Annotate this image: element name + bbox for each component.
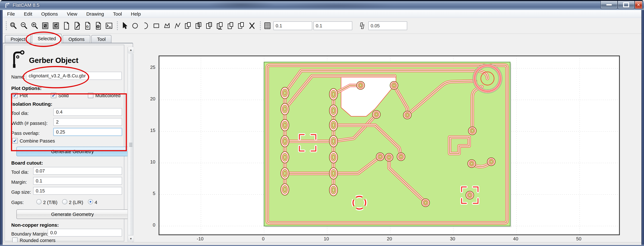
menu-edit[interactable]: Edit (19, 11, 37, 17)
panel-scrollbar[interactable]: ▲ ▼ (128, 47, 134, 242)
scroll-down-icon[interactable]: ▼ (128, 236, 134, 242)
x-tick-label: 0 (257, 236, 270, 242)
x-tick-label: 30 (446, 236, 459, 242)
menu-bar: File Edit Options View Drawing Tool Help (2, 10, 642, 18)
gaps-lr-radio[interactable] (62, 199, 67, 204)
snap-toolbar (263, 21, 407, 30)
scrollbar-grip (129, 143, 132, 147)
zoom-in-icon[interactable] (30, 21, 39, 30)
gaps-4-radio[interactable] (88, 199, 93, 204)
y-tick-label: 20 (144, 96, 155, 101)
corner-snap-icon[interactable] (358, 21, 367, 30)
titlebar[interactable]: FlatCAM 8.5 ✕ (0, 0, 644, 10)
menu-help[interactable]: Help (126, 11, 146, 17)
toolbar-handle[interactable] (260, 21, 261, 30)
x-tick-label: 40 (509, 236, 522, 242)
name-input[interactable] (26, 72, 122, 80)
window-border-left (0, 10, 2, 245)
new-project-icon[interactable] (62, 21, 71, 30)
open-excellon-icon[interactable] (94, 21, 103, 30)
combine-passes-label: Combine Passes (20, 138, 55, 144)
menu-tool[interactable]: Tool (108, 11, 126, 17)
iso-overlap-label: Pass overlap: (11, 131, 40, 136)
geo-cut-icon[interactable] (216, 21, 225, 30)
scrollbar-thumb[interactable] (128, 53, 134, 235)
command-line-icon[interactable] (104, 21, 114, 30)
delete-icon[interactable] (247, 21, 257, 30)
plot-checkbox-label: Plot (20, 93, 28, 98)
grid-snap-icon[interactable] (263, 21, 272, 30)
y-tick-label: 10 (144, 159, 155, 165)
iso-generate-geometry-button[interactable]: Generate Geometry (16, 147, 128, 156)
open-gerber-icon[interactable]: G (83, 21, 92, 30)
maximize-icon (623, 2, 629, 7)
iso-width-input[interactable] (54, 118, 122, 126)
geometry-toolbar (120, 21, 257, 30)
minimize-button[interactable] (600, 1, 618, 9)
gaps-lr-label: 2 (L/R) (69, 200, 83, 205)
boundary-margin-input[interactable] (48, 229, 122, 237)
menu-drawing[interactable]: Drawing (82, 11, 108, 17)
non-copper-regions-label: Non-copper regions: (11, 222, 59, 228)
iso-tool-dia-label: Tool dia: (11, 111, 29, 116)
minimize-icon (606, 4, 612, 5)
y-tick-label: 25 (144, 65, 155, 70)
solid-checkbox[interactable]: ✔ (51, 93, 56, 98)
grid-y-input[interactable] (314, 21, 352, 30)
iso-overlap-input[interactable] (54, 128, 122, 136)
snap-max-input[interactable] (368, 21, 407, 30)
x-tick-label: 10 (320, 236, 333, 242)
isolation-routing-label: Isolation Routing: (11, 101, 52, 107)
close-button[interactable]: ✕ (635, 1, 642, 9)
plot-checkbox[interactable]: ✔ (12, 93, 18, 98)
cutout-tool-dia-input[interactable] (33, 167, 122, 175)
clear-plot-icon[interactable] (40, 21, 50, 30)
tab-tool[interactable]: Tool (91, 35, 112, 43)
board-cutout-label: Board cutout: (11, 160, 43, 166)
maximize-button[interactable] (618, 1, 635, 9)
select-icon[interactable] (120, 21, 129, 30)
path-icon[interactable] (173, 21, 182, 30)
x-tick-label: 20 (383, 236, 396, 242)
polygon-icon[interactable] (162, 21, 172, 30)
gerber-object-icon (11, 49, 26, 69)
plot-canvas[interactable] (158, 55, 620, 235)
menu-file[interactable]: File (2, 11, 19, 17)
circle-icon[interactable] (130, 21, 140, 30)
x-tick-label: -10 (194, 236, 206, 242)
gaps-tb-radio[interactable] (36, 199, 42, 204)
grid-x-input[interactable] (274, 21, 312, 30)
arc-icon[interactable] (141, 21, 150, 30)
combine-passes-checkbox[interactable]: ✔ (12, 138, 18, 144)
scroll-up-icon[interactable]: ▲ (128, 47, 134, 53)
menu-view[interactable]: View (62, 11, 82, 17)
iso-tool-dia-input[interactable] (54, 108, 122, 116)
tab-project[interactable]: Project (5, 35, 31, 43)
tab-selected[interactable]: Selected (32, 34, 62, 43)
status-bar (2, 242, 642, 245)
y-tick-label: 0 (144, 222, 155, 228)
gerber-object-form: Gerber Object Name: Plot Options: ✔ Plot… (4, 45, 124, 241)
cutout-generate-geometry-button[interactable]: Generate Geometry (16, 210, 128, 219)
open-project-icon[interactable] (72, 21, 82, 30)
geo-move-icon[interactable] (237, 21, 246, 30)
toolbar-handle[interactable] (6, 21, 7, 30)
geo-copy-icon[interactable] (226, 21, 236, 30)
cutout-margin-input[interactable] (33, 177, 122, 185)
rectangle-icon[interactable] (152, 21, 161, 30)
tab-options[interactable]: Options (63, 35, 90, 43)
iso-width-label: Width (# passes): (11, 121, 48, 126)
replot-icon[interactable] (51, 21, 60, 30)
cutout-gap-size-input[interactable] (33, 187, 122, 195)
close-icon: ✕ (637, 2, 640, 7)
geo-intersect-icon[interactable] (194, 21, 204, 30)
geo-union-icon[interactable] (184, 21, 193, 30)
toolbar-handle[interactable] (116, 21, 118, 30)
multicolored-checkbox[interactable] (88, 93, 94, 98)
zoom-out-icon[interactable] (19, 21, 29, 30)
menu-options[interactable]: Options (37, 11, 62, 17)
geo-subtract-icon[interactable] (205, 21, 214, 30)
zoom-fit-icon[interactable] (9, 21, 18, 30)
gaps-label: Gaps: (11, 200, 24, 205)
boundary-margin-label: Boundary Margin: (11, 231, 48, 237)
